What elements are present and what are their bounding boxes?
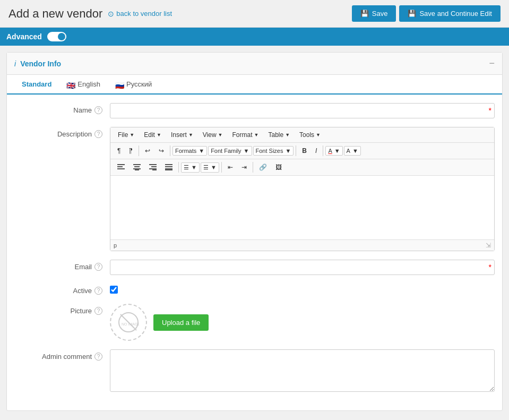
toolbar-bold-btn[interactable]: B	[298, 145, 310, 157]
editor-toolbar-row1: ¶ ¶ ↩ ↪ Formats ▼ Font Family	[110, 143, 494, 159]
svg-rect-12	[165, 164, 172, 165]
toolbar-font-sizes-select[interactable]: Font Sizes ▼	[253, 146, 294, 156]
toolbar-sep4	[323, 145, 323, 156]
description-help-icon[interactable]: ?	[94, 130, 102, 138]
toolbar-align-left-btn[interactable]	[114, 162, 128, 173]
save-continue-label: Save and Continue Edit	[419, 10, 492, 18]
toolbar-indent-btn[interactable]: ⇥	[238, 161, 251, 173]
menu-edit[interactable]: Edit ▼	[140, 130, 166, 140]
menu-format-label: Format	[232, 131, 253, 139]
no-image-icon: NO IMAGE	[118, 312, 139, 333]
toolbar-outdent-btn[interactable]: ⇤	[224, 161, 237, 173]
advanced-toggle[interactable]	[47, 32, 66, 41]
menu-insert[interactable]: Insert ▼	[167, 130, 197, 140]
description-editor-wrap: File ▼ Edit ▼ Insert ▼	[110, 127, 495, 251]
toolbar-align-center-btn[interactable]	[130, 162, 144, 173]
tab-russian[interactable]: 🇷🇺 Русский	[108, 75, 159, 95]
name-row: Name ? *	[14, 103, 495, 118]
menu-insert-caret: ▼	[188, 132, 193, 138]
admin-comment-label: Admin comment ?	[14, 349, 110, 361]
text-color-icon: A	[328, 148, 332, 154]
email-required-star: *	[489, 263, 491, 271]
menu-file[interactable]: File ▼	[114, 130, 139, 140]
admin-comment-textarea[interactable]	[110, 349, 495, 392]
menu-view-caret: ▼	[218, 132, 223, 138]
menu-tools-caret: ▼	[316, 132, 321, 138]
save-icon: 💾	[360, 10, 369, 18]
email-help-icon[interactable]: ?	[94, 263, 102, 271]
menu-tools[interactable]: Tools ▼	[295, 130, 325, 140]
toolbar-bg-color[interactable]: A ▼	[344, 146, 361, 156]
name-help-icon[interactable]: ?	[94, 106, 102, 114]
menu-table-label: Table	[268, 131, 283, 139]
menu-format[interactable]: Format ▼	[228, 130, 263, 140]
bg-color-caret: ▼	[352, 148, 358, 154]
panel-collapse-button[interactable]: −	[489, 58, 495, 69]
svg-rect-4	[133, 164, 141, 165]
numbered-list-caret: ▼	[211, 164, 217, 170]
editor-resize-handle[interactable]: ⇲	[486, 242, 491, 249]
tab-english-label: English	[77, 80, 100, 88]
menu-edit-caret: ▼	[157, 132, 161, 138]
admin-comment-help-icon[interactable]: ?	[94, 353, 102, 361]
name-label-text: Name	[73, 106, 92, 114]
active-checkbox[interactable]	[110, 286, 118, 294]
picture-label-text: Picture	[71, 307, 92, 315]
russian-flag-icon: 🇷🇺	[115, 81, 124, 87]
menu-view-label: View	[203, 131, 217, 139]
menu-file-caret: ▼	[130, 132, 134, 138]
email-label: Email ?	[14, 260, 110, 271]
toolbar-rtl-btn[interactable]: ¶	[125, 145, 136, 157]
active-help-icon[interactable]: ?	[94, 287, 102, 295]
name-required-star: *	[489, 106, 491, 115]
back-to-vendor-link[interactable]: ⊙ back to vendor list	[108, 10, 172, 18]
toolbar-ltr-btn[interactable]: ¶	[114, 145, 124, 157]
menu-insert-label: Insert	[171, 131, 187, 139]
toolbar-align-justify-btn[interactable]	[161, 162, 176, 173]
info-icon: i	[14, 59, 16, 68]
toolbar-image-btn[interactable]: 🖼	[272, 161, 286, 173]
toolbar-redo-btn[interactable]: ↪	[155, 145, 168, 157]
picture-help-icon[interactable]: ?	[94, 307, 102, 315]
active-row: Active ?	[14, 284, 495, 295]
language-tabs: Standard 🇬🇧 English 🇷🇺 Русский	[7, 75, 502, 95]
email-input[interactable]	[110, 260, 495, 275]
svg-rect-2	[117, 168, 125, 169]
save-button[interactable]: 💾 Save	[352, 5, 396, 22]
back-link-text: back to vendor list	[116, 10, 172, 18]
advanced-bar: Advanced	[0, 28, 509, 46]
toolbar-text-color[interactable]: A ▼	[325, 146, 342, 156]
upload-file-button[interactable]: Upload a file	[153, 314, 209, 331]
toolbar-formats-select[interactable]: Formats ▼	[172, 146, 207, 156]
toolbar-link-btn[interactable]: 🔗	[255, 161, 271, 173]
bullet-list-icon: ☰	[184, 164, 189, 171]
toolbar-align-right-btn[interactable]	[145, 162, 160, 173]
svg-rect-14	[165, 168, 172, 169]
editor-menubar: File ▼ Edit ▼ Insert ▼	[110, 127, 494, 143]
active-checkbox-wrap	[110, 284, 495, 295]
tab-english[interactable]: 🇬🇧 English	[59, 75, 108, 95]
tab-standard[interactable]: Standard	[14, 75, 59, 95]
toolbar-bullet-list[interactable]: ☰ ▼	[181, 162, 200, 173]
toolbar-numbered-list[interactable]: ☰ ▼	[201, 162, 219, 173]
toolbar-sep3	[296, 145, 296, 156]
admin-comment-label-text: Admin comment	[42, 353, 92, 361]
svg-rect-8	[149, 164, 157, 165]
editor-content-area[interactable]	[110, 176, 494, 239]
toolbar-font-family-select[interactable]: Font Family ▼	[208, 146, 252, 156]
back-link-icon: ⊙	[108, 10, 114, 18]
english-flag-icon: 🇬🇧	[66, 81, 75, 87]
menu-view[interactable]: View ▼	[199, 130, 227, 140]
email-row: Email ? *	[14, 260, 495, 275]
toolbar-sep6	[221, 162, 222, 173]
toolbar-undo-btn[interactable]: ↩	[141, 145, 154, 157]
toolbar-formats-label: Formats	[175, 148, 196, 154]
toolbar-sep2	[170, 145, 170, 156]
svg-rect-6	[133, 168, 141, 169]
numbered-list-icon: ☰	[203, 164, 209, 171]
menu-table[interactable]: Table ▼	[264, 130, 294, 140]
tab-standard-label: Standard	[22, 80, 51, 88]
toolbar-italic-btn[interactable]: I	[312, 145, 321, 157]
name-input[interactable]	[110, 103, 495, 118]
save-continue-button[interactable]: 💾 Save and Continue Edit	[399, 5, 501, 22]
